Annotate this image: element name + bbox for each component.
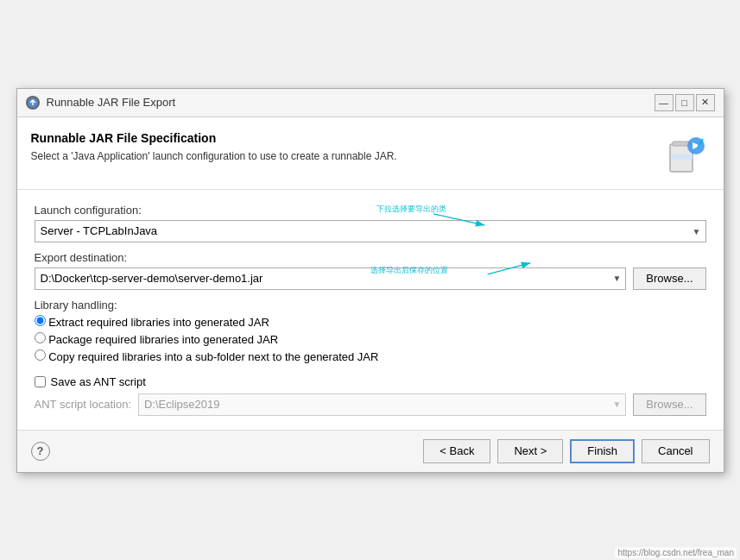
page-title: Runnable JAR File Specification [31, 131, 397, 145]
title-text: Runnable JAR File Export [47, 96, 176, 109]
maximize-button[interactable]: □ [675, 94, 694, 111]
export-dest-input[interactable] [35, 267, 627, 290]
svg-rect-3 [672, 154, 693, 160]
header-area: Runnable JAR File Specification Select a… [17, 117, 724, 190]
library-handling-label: Library handling: [35, 299, 706, 311]
export-dest-input-wrapper: ▼ [35, 267, 627, 290]
launch-config-select-wrapper: Server - TCPLabInJava ▼ [35, 220, 706, 242]
radio-label-2: Copy required libraries into a sub-folde… [48, 350, 378, 363]
save-ant-label: Save as ANT script [51, 375, 146, 388]
title-bar: Runnable JAR File Export — □ ✕ [17, 89, 724, 117]
app-icon [26, 96, 40, 110]
radio-copy[interactable] [35, 349, 46, 361]
radio-extract[interactable] [35, 315, 46, 326]
page-description: Select a 'Java Application' launch confi… [31, 150, 397, 162]
cancel-button[interactable]: Cancel [642, 439, 709, 463]
radio-package[interactable] [35, 332, 46, 343]
ant-location-input [138, 393, 626, 416]
dialog-container: Runnable JAR File Export — □ ✕ Runnable … [16, 88, 724, 473]
content-area: Launch configuration: Server - TCPLabInJ… [17, 190, 724, 430]
finish-button[interactable]: Finish [570, 439, 635, 463]
ant-chevron-icon: ▼ [612, 400, 621, 409]
launch-config-select[interactable]: Server - TCPLabInJava [35, 220, 706, 242]
save-ant-checkbox[interactable] [35, 376, 46, 387]
ant-location-row: ANT script location: ▼ Browse... [35, 393, 706, 416]
svg-rect-2 [673, 142, 690, 146]
header-icon [658, 131, 710, 179]
close-button[interactable]: ✕ [696, 94, 715, 111]
ant-input-wrapper: ▼ [138, 393, 626, 416]
next-button[interactable]: Next > [497, 439, 563, 463]
launch-config-label: Launch configuration: [35, 204, 706, 217]
footer-left: ? [31, 442, 50, 461]
launch-config-group: Launch configuration: Server - TCPLabInJ… [35, 204, 706, 242]
ant-section: Save as ANT script ANT script location: … [35, 375, 706, 416]
ant-location-label: ANT script location: [35, 398, 131, 411]
radio-label-1: Package required libraries into generate… [48, 333, 278, 346]
ant-browse-button: Browse... [633, 393, 705, 416]
radio-item-2[interactable]: Copy required libraries into a sub-folde… [35, 349, 706, 363]
export-browse-button[interactable]: Browse... [633, 267, 705, 290]
footer: ? < Back Next > Finish Cancel [17, 430, 724, 472]
radio-item-0[interactable]: Extract required libraries into generate… [35, 315, 706, 329]
window-controls: — □ ✕ [655, 94, 715, 111]
ant-checkbox-row: Save as ANT script [35, 375, 706, 388]
library-handling-group: Library handling: Extract required libra… [35, 299, 706, 363]
export-dest-chevron-icon: ▼ [612, 274, 621, 283]
minimize-button[interactable]: — [655, 94, 674, 111]
export-dest-row: ▼ Browse... [35, 267, 706, 290]
help-button[interactable]: ? [31, 442, 50, 461]
title-bar-left: Runnable JAR File Export [26, 96, 176, 110]
footer-right: < Back Next > Finish Cancel [423, 439, 709, 463]
export-dest-group: Export destination: ▼ Browse... [35, 251, 706, 290]
radio-group: Extract required libraries into generate… [35, 315, 706, 363]
export-dest-label: Export destination: [35, 251, 706, 264]
radio-item-1[interactable]: Package required libraries into generate… [35, 332, 706, 346]
radio-label-0: Extract required libraries into generate… [48, 316, 269, 329]
back-button[interactable]: < Back [423, 439, 490, 463]
watermark: https://blog.csdn.net/frea_man [615, 547, 737, 558]
header-text: Runnable JAR File Specification Select a… [31, 131, 397, 162]
